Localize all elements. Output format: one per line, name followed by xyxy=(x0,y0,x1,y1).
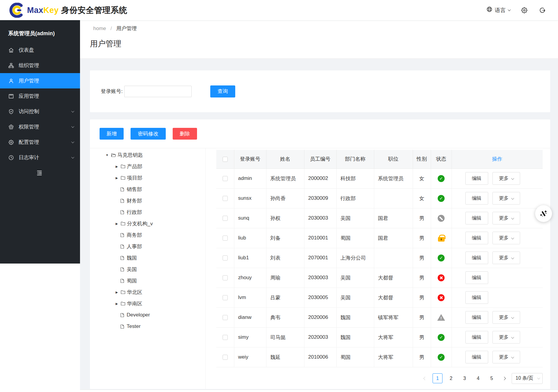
row-checkbox[interactable] xyxy=(223,275,228,280)
caret-right-icon[interactable] xyxy=(114,165,119,168)
sidebar-item-organization[interactable]: 组织管理 xyxy=(0,58,80,73)
pagination-page-2[interactable]: 2 xyxy=(446,373,456,383)
edit-button[interactable]: 编辑 xyxy=(465,271,488,284)
cell-department: 科技部 xyxy=(336,168,374,188)
sidebar-item-users[interactable]: 用户管理 xyxy=(0,73,80,88)
caret-down-icon[interactable] xyxy=(105,153,109,157)
row-checkbox[interactable] xyxy=(223,236,228,241)
sidebar-collapse-button[interactable] xyxy=(36,169,43,177)
column-header-department: 部门名称 xyxy=(336,150,374,168)
file-icon xyxy=(120,324,126,329)
settings-button[interactable] xyxy=(521,7,528,14)
query-button[interactable]: 查询 xyxy=(210,85,235,97)
edit-button[interactable]: 编辑 xyxy=(465,351,488,363)
cell-employee-no: 2030009 xyxy=(304,188,336,208)
sidebar-item-permissions[interactable]: 权限管理 xyxy=(0,119,80,134)
tree-node[interactable]: 产品部 xyxy=(90,161,205,172)
more-button[interactable]: 更多 xyxy=(492,351,520,363)
tree-node[interactable]: 分支机构_v xyxy=(90,218,205,229)
table-row: dianw 典韦 2020006 魏国 镇军将军 男 编辑 更多 xyxy=(216,307,543,327)
caret-right-icon[interactable] xyxy=(114,222,119,225)
sidebar-item-applications[interactable]: 应用管理 xyxy=(0,88,80,104)
tree-node[interactable]: 吴国 xyxy=(90,264,205,275)
sidebar-item-access-control[interactable]: 访问控制 xyxy=(0,104,80,119)
cell-account: sunq xyxy=(234,208,266,228)
row-checkbox[interactable] xyxy=(223,255,228,261)
more-button[interactable]: 更多 xyxy=(492,212,520,224)
sidebar-user-label: 系统管理员(admin) xyxy=(0,20,80,42)
pagination-prev-button[interactable] xyxy=(421,374,429,383)
edit-button[interactable]: 编辑 xyxy=(465,232,488,244)
caret-right-icon[interactable] xyxy=(114,291,119,294)
row-checkbox[interactable] xyxy=(223,355,228,360)
row-checkbox[interactable] xyxy=(223,216,228,221)
change-password-button[interactable]: 密码修改 xyxy=(131,128,166,140)
pagination-page-5[interactable]: 5 xyxy=(487,373,497,383)
cell-department: 蜀国 xyxy=(336,228,374,248)
row-checkbox[interactable] xyxy=(223,196,228,201)
pagination-page-3[interactable]: 3 xyxy=(460,373,470,383)
pagination-next-button[interactable] xyxy=(500,374,508,383)
cell-account: lvm xyxy=(234,288,266,307)
cell-position: 国君 xyxy=(374,228,413,248)
cell-name: 刘表 xyxy=(266,248,304,268)
edit-button[interactable]: 编辑 xyxy=(465,252,488,264)
caret-right-icon[interactable] xyxy=(114,302,119,305)
logout-button[interactable] xyxy=(539,7,546,14)
tree-node[interactable]: Developer xyxy=(90,309,205,321)
add-button[interactable]: 新增 xyxy=(100,128,124,140)
cell-position: 大将军 xyxy=(374,347,413,367)
edit-button[interactable]: 编辑 xyxy=(465,212,488,224)
caret-right-icon[interactable] xyxy=(114,176,119,180)
row-checkbox[interactable] xyxy=(223,176,228,181)
delete-button[interactable]: 删除 xyxy=(173,128,197,140)
sidebar-item-configuration[interactable]: 配置管理 xyxy=(0,134,80,150)
pagination-page-4[interactable]: 4 xyxy=(473,373,483,383)
magic-wand-floating-button[interactable] xyxy=(535,205,552,222)
cell-gender: 男 xyxy=(413,268,431,288)
more-button[interactable]: 更多 xyxy=(492,172,520,185)
row-checkbox[interactable] xyxy=(223,295,228,300)
sidebar-item-dashboard[interactable]: 仪表盘 xyxy=(0,42,80,58)
edit-button[interactable]: 编辑 xyxy=(465,172,488,185)
more-button[interactable]: 更多 xyxy=(492,252,520,264)
select-all-checkbox[interactable] xyxy=(223,157,228,162)
edit-button[interactable]: 编辑 xyxy=(465,291,488,304)
tree-node[interactable]: 行政部 xyxy=(90,206,205,218)
row-checkbox[interactable] xyxy=(223,315,228,320)
folder-icon xyxy=(121,290,126,295)
edit-button[interactable]: 编辑 xyxy=(465,331,488,344)
tree-node[interactable]: 马克思钥匙 xyxy=(90,149,205,161)
more-button[interactable]: 更多 xyxy=(492,311,520,324)
language-dropdown[interactable]: 语言 xyxy=(486,6,510,14)
login-account-input[interactable] xyxy=(124,86,192,97)
tree-node[interactable]: 华北区 xyxy=(90,286,205,298)
status-enabled-icon xyxy=(438,195,445,202)
sidebar-item-label: 权限管理 xyxy=(19,123,39,130)
pagination-page-1[interactable]: 1 xyxy=(433,373,442,383)
user-icon xyxy=(8,78,14,84)
row-checkbox[interactable] xyxy=(223,335,228,340)
sidebar-item-audit[interactable]: 日志审计 xyxy=(0,150,80,165)
cell-department: 吴国 xyxy=(336,288,374,307)
breadcrumb-home-link[interactable]: home xyxy=(93,26,106,31)
edit-button[interactable]: 编辑 xyxy=(465,192,488,205)
more-button[interactable]: 更多 xyxy=(492,192,520,205)
more-button[interactable]: 更多 xyxy=(492,232,520,244)
tree-node[interactable]: Tester xyxy=(90,321,205,332)
tree-node[interactable]: 华南区 xyxy=(90,298,205,309)
tree-node[interactable]: 商务部 xyxy=(90,229,205,241)
tree-node[interactable]: 项目部 xyxy=(90,172,205,184)
tree-node[interactable]: 销售部 xyxy=(90,184,205,195)
tree-node[interactable]: 蜀国 xyxy=(90,275,205,286)
page-size-select[interactable]: 10 条/页 xyxy=(512,373,543,384)
tree-node[interactable]: 人事部 xyxy=(90,241,205,252)
tree-node[interactable]: 魏国 xyxy=(90,252,205,264)
more-button[interactable]: 更多 xyxy=(492,331,520,344)
tree-node[interactable]: 财务部 xyxy=(90,195,205,206)
cell-account: admin xyxy=(234,168,266,188)
tree-node-label: 行政部 xyxy=(127,209,142,216)
chevron-down-icon xyxy=(511,196,514,199)
edit-button[interactable]: 编辑 xyxy=(465,311,488,324)
status-enabled-icon xyxy=(438,354,445,361)
